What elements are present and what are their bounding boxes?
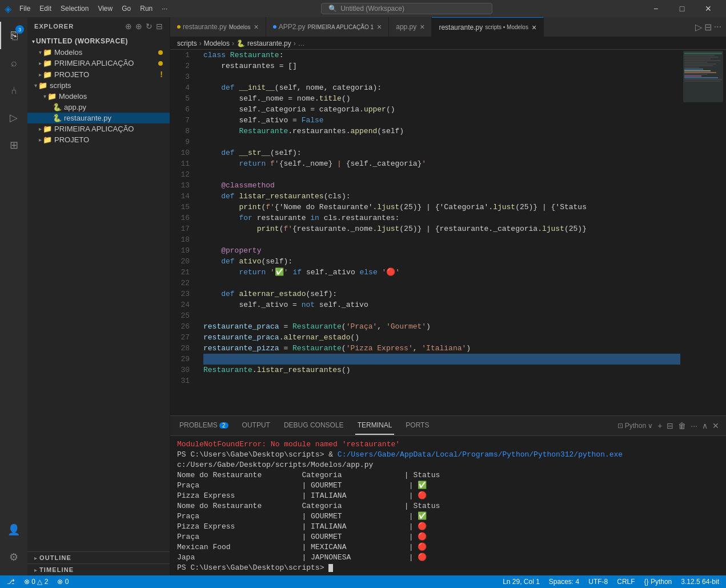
menu-go[interactable]: Go — [118, 3, 134, 14]
breadcrumb-file[interactable]: 🐍 restaurante.py — [236, 39, 291, 47]
explorer-badge: 3 — [15, 25, 24, 34]
terminal-line: Praça | GOURMET | ✅ — [177, 511, 719, 522]
activity-run[interactable]: ▷ — [0, 104, 27, 131]
maximize-button[interactable]: □ — [669, 0, 695, 17]
minimize-button[interactable]: − — [643, 0, 669, 17]
sidebar-item-scripts-modelos[interactable]: ▾ 📁 Modelos — [27, 91, 170, 102]
close-button[interactable]: ✕ — [695, 0, 721, 17]
statusbar-position[interactable]: Ln 29, Col 1 — [500, 578, 542, 586]
tab-debug-console[interactable]: DEBUG CONSOLE — [282, 417, 346, 435]
panel: PROBLEMS 2 OUTPUT DEBUG CONSOLE TERMINAL… — [170, 415, 726, 575]
sidebar-item-primeira-aplicacao[interactable]: ▸ 📁 PRIMEIRA APLICAÇÃO — [27, 58, 170, 69]
activity-settings[interactable]: ⚙ — [0, 543, 27, 571]
folder-icon: 📁 — [43, 59, 52, 67]
code-line-active — [203, 354, 680, 365]
sidebar-item-restaurante-py[interactable]: 🐍 restaurante.py — [27, 113, 170, 123]
statusbar-encoding[interactable]: UTF-8 — [586, 578, 610, 586]
collapse-all-button[interactable]: ⊟ — [156, 22, 163, 31]
menu-view[interactable]: View — [94, 3, 116, 14]
tab-terminal[interactable]: TERMINAL — [355, 417, 395, 435]
sidebar-item-projeto-2[interactable]: ▸ 📁 PROJETO — [27, 134, 170, 145]
statusbar-errors[interactable]: ⊗ 0 △ 2 — [22, 578, 50, 586]
workspace-root[interactable]: ▾ UNTITLED (WORKSPACE) — [27, 35, 170, 47]
sidebar-item-app-py[interactable]: 🐍 app.py — [27, 102, 170, 113]
code-line: self._categoria = categoria.upper() — [203, 104, 680, 115]
activity-account[interactable]: 👤 — [0, 516, 27, 543]
line-num: 6 — [170, 104, 194, 115]
breadcrumb: scripts › Modelos › 🐍 restaurante.py › … — [170, 37, 726, 50]
refresh-button[interactable]: ↻ — [146, 22, 153, 31]
split-editor-button[interactable]: ⊟ — [704, 22, 712, 33]
terminal-line: Pizza Express | ITALIANA | 🔴 — [177, 491, 719, 501]
outline-toggle[interactable]: ▸ OUTLINE — [27, 552, 170, 563]
tab-app2-py[interactable]: APP2.py PRIMEIRA APLICAÇÃO 1 × — [266, 17, 390, 37]
tab-label: app.py — [396, 23, 416, 31]
titlebar: ◈ File Edit Selection View Go Run ··· 🔍 … — [0, 0, 726, 17]
new-file-button[interactable]: ⊕ — [125, 22, 132, 31]
more-actions-button[interactable]: ··· — [714, 22, 721, 32]
statusbar-spaces[interactable]: Spaces: 4 — [547, 578, 581, 586]
editor-main: 1 2 3 4 5 6 7 8 9 10 11 12 13 14 15 16 1 — [170, 50, 726, 415]
activity-scm[interactable]: ⑃ — [0, 77, 27, 104]
statusbar-remote[interactable]: ⎇ — [5, 578, 17, 586]
run-file-button[interactable]: ▷ — [695, 22, 702, 33]
code-editor[interactable]: class Restaurante: restaurantes = [] def… — [199, 50, 680, 415]
tab-restaurante-modelos[interactable]: restaurante.py Modelos × — [170, 17, 266, 37]
kill-terminal-button[interactable]: 🗑 — [678, 421, 686, 430]
line-num: 11 — [170, 158, 194, 169]
breadcrumb-sep: › — [232, 39, 234, 47]
sidebar-item-modelos[interactable]: ▾ 📁 Modelos — [27, 47, 170, 58]
code-line — [203, 71, 680, 82]
close-panel-button[interactable]: ✕ — [712, 421, 719, 430]
menu-run[interactable]: Run — [137, 3, 156, 14]
statusbar-eol[interactable]: CRLF — [615, 578, 637, 586]
breadcrumb-modelos[interactable]: Modelos — [204, 39, 230, 47]
tab-close-button[interactable]: × — [420, 22, 424, 31]
activity-explorer[interactable]: ⎘ 3 — [0, 22, 27, 49]
breadcrumb-symbol[interactable]: … — [298, 39, 305, 47]
sidebar-item-label: PROJETO — [54, 70, 89, 79]
new-folder-button[interactable]: ⊕ — [135, 22, 142, 31]
tab-output[interactable]: OUTPUT — [240, 417, 272, 435]
line-num: 3 — [170, 71, 194, 82]
python-selector[interactable]: ⊡ Python ∨ — [617, 422, 653, 430]
terminal-content[interactable]: ModuleNotFoundError: No module named 're… — [170, 436, 726, 575]
timeline-toggle[interactable]: ▸ TIMELINE — [27, 564, 170, 575]
tab-dot — [273, 25, 276, 29]
statusbar-language[interactable]: {} Python — [642, 578, 675, 586]
search-box[interactable]: 🔍 Untitled (Workspace) — [321, 3, 492, 14]
code-line: def __init__(self, nome, categoria): — [203, 82, 680, 93]
tab-restaurante-active[interactable]: restaurante.py scripts • Modelos × — [432, 17, 544, 37]
outline-label: OUTLINE — [39, 554, 71, 561]
maximize-panel-button[interactable]: ∧ — [702, 421, 708, 430]
sidebar-item-scripts[interactable]: ▾ 📁 scripts — [27, 80, 170, 91]
activity-extensions[interactable]: ⊞ — [0, 131, 27, 159]
code-line — [203, 234, 680, 245]
split-terminal-button[interactable]: ⊟ — [667, 421, 673, 430]
more-panel-button[interactable]: ··· — [691, 421, 697, 430]
activity-bar: ⎘ 3 ⌕ ⑃ ▷ ⊞ 👤 ⚙ — [0, 17, 27, 575]
tab-close-button[interactable]: × — [377, 22, 382, 31]
line-num: 22 — [170, 278, 194, 289]
activity-search[interactable]: ⌕ — [0, 49, 27, 77]
tab-close-button[interactable]: × — [532, 23, 536, 32]
menu-file[interactable]: File — [16, 3, 34, 14]
statusbar-python-version[interactable]: 3.12.5 64-bit — [679, 578, 721, 586]
tab-ports[interactable]: PORTS — [403, 417, 431, 435]
menu-selection[interactable]: Selection — [57, 3, 92, 14]
warning-icon: ! — [160, 70, 163, 79]
sidebar-item-label: scripts — [50, 81, 71, 90]
chevron-right-icon: ▸ — [34, 567, 37, 573]
statusbar-warnings[interactable]: ⊗ 0 — [55, 578, 71, 586]
add-terminal-button[interactable]: + — [657, 421, 662, 430]
tab-app-py[interactable]: app.py × — [389, 17, 432, 37]
line-num: 20 — [170, 256, 194, 267]
tab-problems[interactable]: PROBLEMS 2 — [177, 417, 231, 435]
tab-close-button[interactable]: × — [254, 22, 259, 31]
sidebar-item-projeto[interactable]: ▸ 📁 PROJETO ! — [27, 69, 170, 80]
code-line: Restaurante.restaurantes.append(self) — [203, 126, 680, 137]
menu-more[interactable]: ··· — [158, 3, 171, 14]
menu-edit[interactable]: Edit — [36, 3, 55, 14]
breadcrumb-scripts[interactable]: scripts — [177, 39, 197, 47]
sidebar-item-primeira-aplicacao-2[interactable]: ▸ 📁 PRIMEIRA APLICAÇÃO — [27, 123, 170, 134]
